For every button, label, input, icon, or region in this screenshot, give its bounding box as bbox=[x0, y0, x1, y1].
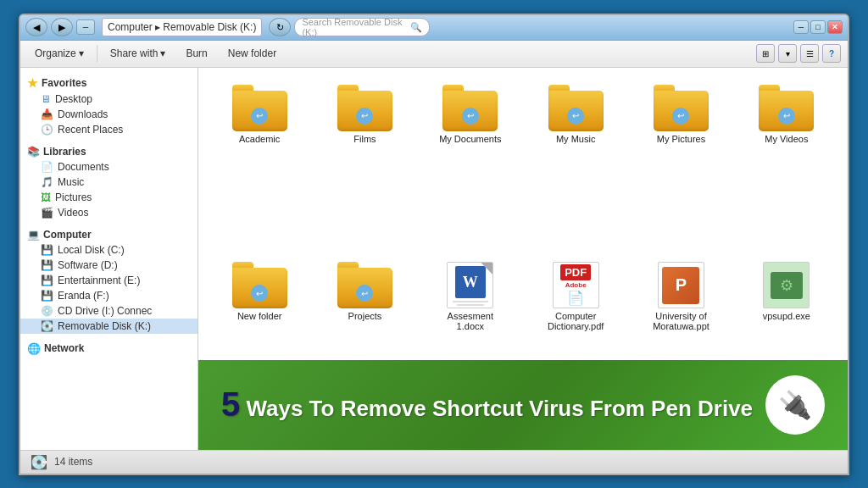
network-icon: 🌐 bbox=[27, 342, 41, 355]
close-button[interactable]: ✕ bbox=[827, 20, 843, 34]
list-item[interactable]: ↩ My Music bbox=[527, 80, 624, 250]
folder-icon: ↩ bbox=[232, 262, 287, 308]
banner-text: 5 Ways To Remove Shortcut Virus From Pen… bbox=[221, 385, 753, 424]
sidebar-item-cd-drive[interactable]: 💿 CD Drive (I:) Connec bbox=[20, 303, 198, 319]
entertainment-e-label: Entertainment (E:) bbox=[58, 274, 140, 286]
help-button[interactable]: ? bbox=[822, 44, 841, 63]
overlay-banner: 5 Ways To Remove Shortcut Virus From Pen… bbox=[198, 360, 848, 450]
list-item[interactable]: ↩ Academic bbox=[211, 80, 308, 250]
software-d-label: Software (D:) bbox=[58, 259, 118, 271]
network-header[interactable]: 🌐 Network bbox=[20, 341, 198, 357]
music-icon: 🎵 bbox=[41, 176, 53, 188]
sidebar-item-music[interactable]: 🎵 Music bbox=[20, 175, 198, 190]
list-item[interactable]: ↩ My Videos bbox=[738, 80, 835, 250]
usb-icon: 🔌 bbox=[778, 389, 812, 421]
favorites-section: ★ Favorites 🖥 Desktop 📥 Downloads 🕒 Rece… bbox=[20, 75, 198, 137]
favorites-label: Favorites bbox=[42, 77, 86, 89]
downloads-icon: 📥 bbox=[41, 108, 53, 120]
banner-number: 5 bbox=[221, 385, 240, 423]
entertainment-e-icon: 💾 bbox=[41, 274, 53, 286]
folder-icon: ↩ bbox=[759, 85, 814, 131]
content-panel: ↩ Academic ↩ Films ↩ bbox=[198, 68, 848, 450]
titlebar-controls: ─ □ ✕ bbox=[793, 20, 843, 34]
videos-icon: 🎬 bbox=[41, 207, 53, 219]
list-item[interactable]: ↩ My Documents bbox=[422, 80, 519, 250]
burn-label: Burn bbox=[186, 47, 207, 59]
local-c-label: Local Disk (C:) bbox=[58, 244, 125, 256]
titlebar: ◀ ▶ ─ Computer ▸ Removable Disk (K:) ↻ S… bbox=[20, 15, 848, 41]
desktop-icon: 🖥 bbox=[41, 93, 51, 105]
removable-k-label: Removable Disk (K:) bbox=[58, 320, 151, 332]
organize-button[interactable]: Organize ▾ bbox=[27, 43, 92, 64]
breadcrumb[interactable]: Computer ▸ Removable Disk (K:) bbox=[102, 18, 262, 36]
toolbar-sep-1 bbox=[97, 45, 97, 62]
status-bar: 💽 14 items bbox=[20, 450, 848, 474]
cd-drive-label: CD Drive (I:) Connec bbox=[58, 305, 152, 317]
folder-icon: ↩ bbox=[548, 85, 604, 131]
network-section: 🌐 Network bbox=[20, 341, 198, 357]
share-with-button[interactable]: Share with ▾ bbox=[103, 43, 174, 64]
banner-usb-icon: 🔌 bbox=[765, 375, 825, 435]
burn-button[interactable]: Burn bbox=[178, 43, 214, 64]
sidebar: ★ Favorites 🖥 Desktop 📥 Downloads 🕒 Rece… bbox=[20, 68, 198, 450]
libraries-icon: 📚 bbox=[27, 146, 40, 158]
minimize-button[interactable]: ─ bbox=[793, 20, 809, 34]
minimize-nav-button[interactable]: ─ bbox=[76, 19, 95, 35]
sidebar-item-recent[interactable]: 🕒 Recent Places bbox=[20, 122, 198, 137]
videos-label: Videos bbox=[58, 207, 88, 219]
sidebar-item-local-c[interactable]: 💾 Local Disk (C:) bbox=[20, 242, 198, 258]
folder-icon: ↩ bbox=[654, 85, 709, 131]
file-name: My Documents bbox=[439, 134, 501, 144]
titlebar-left: ◀ ▶ ─ Computer ▸ Removable Disk (K:) ↻ S… bbox=[25, 18, 430, 36]
computer-label: Computer bbox=[43, 229, 92, 241]
file-name: Films bbox=[353, 134, 376, 144]
new-folder-label: New folder bbox=[228, 47, 276, 59]
network-label: Network bbox=[44, 342, 84, 354]
file-name: vpsupd.exe bbox=[763, 311, 810, 321]
new-folder-button[interactable]: New folder bbox=[220, 43, 284, 64]
software-d-icon: 💾 bbox=[41, 259, 53, 271]
sidebar-item-removable-k[interactable]: 💽 Removable Disk (K:) bbox=[20, 319, 198, 334]
sidebar-item-software-d[interactable]: 💾 Software (D:) bbox=[20, 258, 198, 273]
sidebar-item-eranda-f[interactable]: 💾 Eranda (F:) bbox=[20, 288, 198, 303]
list-item[interactable]: ↩ My Pictures bbox=[632, 80, 729, 250]
file-name: New folder bbox=[237, 311, 282, 321]
sidebar-item-videos[interactable]: 🎬 Videos bbox=[20, 205, 198, 220]
main-area: ★ Favorites 🖥 Desktop 📥 Downloads 🕒 Rece… bbox=[20, 68, 848, 450]
organize-chevron-icon: ▾ bbox=[79, 47, 84, 59]
forward-button[interactable]: ▶ bbox=[51, 18, 73, 36]
documents-icon: 📄 bbox=[41, 161, 53, 173]
view-dropdown-button[interactable]: ▾ bbox=[778, 44, 797, 63]
breadcrumb-text: Computer ▸ Removable Disk (K:) bbox=[108, 21, 256, 33]
libraries-header: 📚 Libraries bbox=[20, 144, 198, 159]
sidebar-item-documents[interactable]: 📄 Documents bbox=[20, 159, 198, 175]
downloads-label: Downloads bbox=[58, 108, 108, 120]
sidebar-item-desktop[interactable]: 🖥 Desktop bbox=[20, 92, 198, 107]
organize-label: Organize bbox=[35, 47, 76, 59]
music-label: Music bbox=[58, 176, 84, 188]
sidebar-item-entertainment-e[interactable]: 💾 Entertainment (E:) bbox=[20, 273, 198, 288]
star-icon: ★ bbox=[27, 76, 38, 90]
list-item[interactable]: ↩ Films bbox=[316, 80, 413, 250]
refresh-button[interactable]: ↻ bbox=[269, 18, 291, 36]
eranda-f-icon: 💾 bbox=[41, 290, 53, 302]
search-placeholder: Search Removable Disk (K:) bbox=[302, 17, 410, 37]
desktop-label: Desktop bbox=[55, 93, 92, 105]
back-button[interactable]: ◀ bbox=[25, 18, 47, 36]
view-button[interactable]: ⊞ bbox=[756, 44, 775, 63]
toolbar: Organize ▾ Share with ▾ Burn New folder … bbox=[20, 41, 848, 68]
documents-label: Documents bbox=[58, 161, 109, 173]
sidebar-item-pictures[interactable]: 🖼 Pictures bbox=[20, 190, 198, 205]
file-name: My Music bbox=[556, 134, 595, 144]
toolbar-right: ⊞ ▾ ☰ ? bbox=[756, 44, 841, 63]
details-view-button[interactable]: ☰ bbox=[800, 44, 819, 63]
file-name: Projects bbox=[348, 311, 382, 321]
share-with-label: Share with bbox=[110, 47, 159, 59]
computer-section: 💻 Computer 💾 Local Disk (C:) 💾 Software … bbox=[20, 227, 198, 334]
sidebar-item-downloads[interactable]: 📥 Downloads bbox=[20, 107, 198, 122]
folder-icon: ↩ bbox=[337, 262, 392, 308]
item-count: 14 items bbox=[54, 456, 92, 468]
maximize-button[interactable]: □ bbox=[810, 20, 826, 34]
search-box[interactable]: Search Removable Disk (K:) 🔍 bbox=[294, 18, 430, 36]
pictures-icon: 🖼 bbox=[41, 191, 51, 203]
